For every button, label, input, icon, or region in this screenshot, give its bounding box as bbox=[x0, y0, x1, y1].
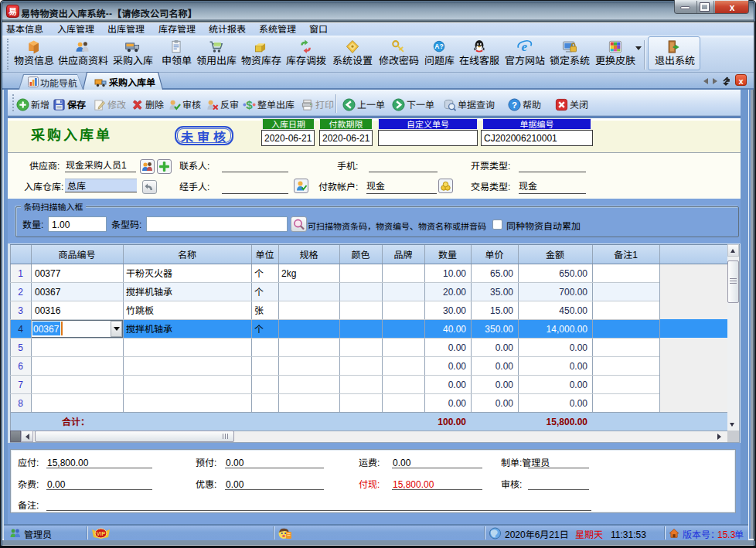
svg-text:A?: A? bbox=[434, 41, 443, 50]
svg-text:$: $ bbox=[246, 98, 253, 111]
svg-text:VIP: VIP bbox=[97, 529, 106, 537]
svg-text:?: ? bbox=[512, 98, 517, 111]
